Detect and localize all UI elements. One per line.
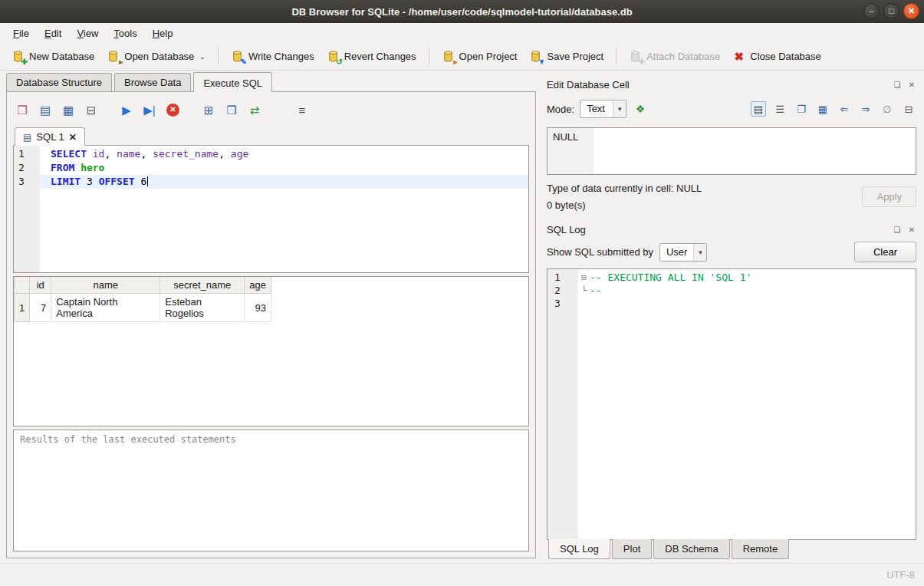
revert-changes-button[interactable]: ↺Revert Changes [321, 47, 422, 66]
tab-database-structure[interactable]: Database Structure [6, 73, 112, 91]
log-filter-row: Show SQL submitted by User ▾ Clear [547, 242, 916, 262]
set-null-icon[interactable]: ∅ [880, 101, 895, 117]
close-tab-icon[interactable]: ✕ [69, 132, 77, 143]
cell-editor[interactable]: NULL [547, 127, 916, 175]
row-header-corner [15, 277, 30, 294]
open-project-button[interactable]: ▸Open Project [436, 47, 523, 66]
text-cursor [147, 176, 148, 186]
stop-icon[interactable]: ✕ [166, 104, 179, 117]
menu-view[interactable]: View [70, 25, 105, 41]
open-sql-file-icon[interactable]: ▤ [36, 100, 54, 119]
fold-marker-icon [578, 297, 590, 310]
row-number[interactable]: 1 [15, 294, 30, 322]
new-database-button[interactable]: ✚New Database [6, 47, 100, 66]
line-number: 2 [14, 161, 40, 175]
attach-database-button[interactable]: ✚Attach Database [623, 47, 725, 66]
export-cell-icon[interactable]: ⇒ [858, 101, 873, 117]
column-header-id[interactable]: id [30, 277, 51, 294]
close-dock-icon[interactable]: ✕ [907, 80, 916, 89]
print-cell-icon[interactable]: ⊟ [901, 101, 916, 117]
log-filter-select[interactable]: User ▾ [659, 243, 707, 262]
execute-all-icon[interactable]: ▶ [117, 100, 136, 119]
main-tabbar: Database StructureBrowse DataExecute SQL [0, 71, 541, 91]
log-line: 2└-- [547, 284, 916, 297]
import-cell-icon[interactable]: ⇐ [837, 101, 852, 117]
log-filter-label: Show SQL submitted by [547, 246, 653, 258]
menu-edit[interactable]: Edit [38, 25, 68, 41]
sql-tab-label: SQL 1 [36, 131, 64, 143]
editor-code: FROM hero [40, 161, 528, 175]
results-grid[interactable]: idnamesecret_nameage17Captain North Amer… [13, 276, 529, 426]
left-panel: Database StructureBrowse DataExecute SQL… [0, 71, 541, 563]
sql-editor[interactable]: 1SELECT id, name, secret_name, age2FROM … [13, 146, 529, 273]
tab-sql-log[interactable]: SQL Log [548, 539, 610, 559]
table-cell[interactable]: Esteban Rogelios [160, 294, 245, 322]
auto-mode-icon[interactable]: ❖ [632, 100, 649, 117]
results-message: Results of the last executed statements [13, 430, 529, 551]
close-database-label: Close Database [750, 51, 821, 62]
close-icon[interactable]: ✕ [903, 3, 919, 19]
save-cell-icon[interactable]: ▦ [815, 101, 830, 117]
format-sql-icon[interactable]: ≡ [293, 100, 311, 119]
save-results-icon[interactable]: ❒ [222, 100, 241, 119]
table-cell[interactable]: Captain North America [51, 294, 160, 322]
menu-tools[interactable]: Tools [107, 25, 143, 41]
execute-current-line-icon[interactable]: ▶| [140, 100, 159, 119]
toolbar-separator [218, 48, 219, 65]
minimize-icon[interactable]: – [863, 3, 880, 19]
log-line-number: 2 [547, 284, 578, 297]
menu-file[interactable]: File [6, 25, 36, 41]
open-database-button[interactable]: ▸Open Database⌄ [101, 47, 211, 66]
float-dock-icon[interactable]: ❏ [893, 225, 902, 234]
editor-code: SELECT id, name, secret_name, age [40, 147, 528, 161]
find-replace-icon[interactable]: ⇄ [245, 100, 264, 119]
chevron-down-icon: ▾ [613, 100, 626, 117]
cell-editor-icons: ▤☰❐▦⇐⇒∅⊟ [751, 101, 916, 117]
table-cell[interactable]: 93 [245, 294, 271, 322]
titlebar[interactable]: DB Browser for SQLite - /home/user/code/… [0, 0, 924, 23]
tab-sql-1[interactable]: ▤ SQL 1 ✕ [15, 127, 85, 146]
text-view-icon[interactable]: ▤ [751, 101, 766, 117]
column-header-secret-name[interactable]: secret_name [160, 277, 245, 294]
mode-select[interactable]: Text ▾ [580, 100, 626, 118]
tab-plot[interactable]: Plot [612, 539, 652, 559]
column-header-name[interactable]: name [51, 277, 160, 294]
close-database-button[interactable]: ✖Close Database [727, 47, 827, 66]
save-sql-file-icon[interactable]: ▦ [59, 100, 77, 119]
cell-type-info: Type of data currently in cell: NULL [547, 183, 862, 194]
log-line-number: 1 [547, 271, 578, 284]
menu-help[interactable]: Help [146, 25, 180, 41]
tab-remote[interactable]: Remote [732, 539, 790, 559]
new-database-icon: ✚ [12, 50, 25, 63]
tab-execute-sql[interactable]: Execute SQL [193, 72, 272, 92]
sql-log-view[interactable]: 1⊟-- EXECUTING ALL IN 'SQL 1'2└--3 [547, 268, 916, 540]
apply-button[interactable]: Apply [862, 186, 916, 207]
log-text: -- EXECUTING ALL IN 'SQL 1' [590, 271, 751, 284]
column-header-age[interactable]: age [245, 277, 271, 294]
close-dock-icon[interactable]: ✕ [907, 225, 916, 234]
chevron-down-icon[interactable]: ⌄ [199, 53, 206, 61]
open-sql-new-tab-icon[interactable]: ❐ [13, 100, 31, 119]
float-dock-icon[interactable]: ❏ [893, 80, 902, 89]
export-csv-icon[interactable]: ⊞ [199, 100, 218, 119]
word-wrap-icon[interactable]: ☰ [772, 101, 788, 117]
print-icon[interactable]: ⊟ [82, 100, 100, 119]
tab-db-schema[interactable]: DB Schema [653, 539, 729, 559]
mode-label: Mode: [547, 104, 574, 115]
save-project-button[interactable]: ▼Save Project [524, 47, 609, 66]
open-database-label: Open Database [124, 51, 194, 62]
tab-browse-data[interactable]: Browse Data [114, 73, 191, 91]
editor-code: LIMIT 3 OFFSET 6 [40, 175, 528, 189]
copy-cell-icon[interactable]: ❐ [794, 101, 809, 117]
cell-info: Type of data currently in cell: NULL 0 b… [547, 183, 916, 211]
clear-log-button[interactable]: Clear [854, 242, 916, 262]
fold-marker-icon: └ [578, 284, 590, 297]
edit-cell-title: Edit Database Cell [547, 79, 893, 91]
log-line: 3 [547, 297, 916, 310]
table-cell[interactable]: 7 [30, 294, 51, 322]
encoding-indicator[interactable]: UTF-8 [886, 569, 915, 581]
window-controls: – □ ✕ [863, 3, 919, 19]
write-changes-button[interactable]: ✎Write Changes [225, 47, 320, 66]
fold-marker-icon[interactable]: ⊟ [578, 271, 590, 284]
maximize-icon[interactable]: □ [883, 3, 899, 19]
